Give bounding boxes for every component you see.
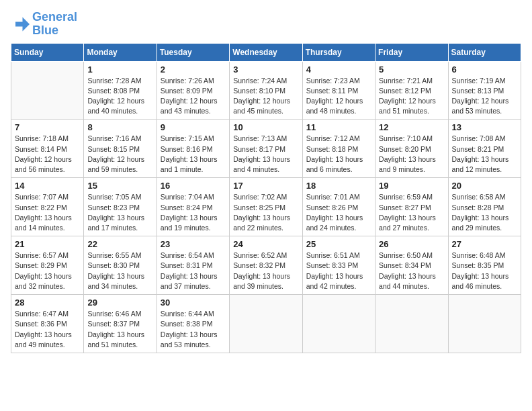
day-info: Sunrise: 7:24 AMSunset: 8:10 PMDaylight:… <box>233 76 298 117</box>
weekday-header: Wednesday <box>230 43 302 61</box>
calendar-day-cell <box>302 295 375 353</box>
day-info: Sunrise: 7:08 AMSunset: 8:21 PMDaylight:… <box>452 134 517 175</box>
day-number: 14 <box>15 181 80 191</box>
weekday-header: Monday <box>84 43 157 61</box>
day-info: Sunrise: 6:58 AMSunset: 8:28 PMDaylight:… <box>452 192 517 233</box>
day-info: Sunrise: 6:55 AMSunset: 8:30 PMDaylight:… <box>87 250 152 291</box>
calendar-day-cell: 8 Sunrise: 7:16 AMSunset: 8:15 PMDayligh… <box>84 120 157 178</box>
day-info: Sunrise: 7:15 AMSunset: 8:16 PMDaylight:… <box>161 134 226 175</box>
day-info: Sunrise: 7:19 AMSunset: 8:13 PMDaylight:… <box>452 76 517 117</box>
calendar-week-row: 7 Sunrise: 7:18 AMSunset: 8:14 PMDayligh… <box>11 120 521 178</box>
weekday-header: Thursday <box>302 43 375 61</box>
svg-marker-0 <box>15 17 30 31</box>
day-number: 28 <box>15 298 80 308</box>
day-number: 24 <box>233 239 298 249</box>
day-info: Sunrise: 7:26 AMSunset: 8:09 PMDaylight:… <box>161 76 226 117</box>
calendar-day-cell: 30 Sunrise: 6:44 AMSunset: 8:38 PMDaylig… <box>157 295 229 353</box>
day-number: 19 <box>379 181 444 191</box>
weekday-header: Sunday <box>11 43 84 61</box>
day-info: Sunrise: 6:52 AMSunset: 8:32 PMDaylight:… <box>233 250 298 291</box>
calendar-day-cell <box>230 295 302 353</box>
day-info: Sunrise: 6:51 AMSunset: 8:33 PMDaylight:… <box>306 250 371 291</box>
day-number: 7 <box>15 122 80 132</box>
calendar-day-cell: 24 Sunrise: 6:52 AMSunset: 8:32 PMDaylig… <box>230 236 302 295</box>
day-info: Sunrise: 7:05 AMSunset: 8:23 PMDaylight:… <box>87 192 152 233</box>
calendar-day-cell: 28 Sunrise: 6:47 AMSunset: 8:36 PMDaylig… <box>11 295 84 353</box>
weekday-header: Tuesday <box>157 43 229 61</box>
calendar-day-cell: 11 Sunrise: 7:12 AMSunset: 8:18 PMDaylig… <box>302 120 375 178</box>
page-header: General Blue <box>11 11 521 38</box>
calendar-day-cell: 6 Sunrise: 7:19 AMSunset: 8:13 PMDayligh… <box>448 61 521 120</box>
day-info: Sunrise: 7:28 AMSunset: 8:08 PMDaylight:… <box>87 76 152 117</box>
day-number: 11 <box>306 122 371 132</box>
calendar-day-cell: 20 Sunrise: 6:58 AMSunset: 8:28 PMDaylig… <box>448 178 521 236</box>
logo: General Blue <box>11 11 77 38</box>
calendar-day-cell: 1 Sunrise: 7:28 AMSunset: 8:08 PMDayligh… <box>84 61 157 120</box>
calendar-week-row: 1 Sunrise: 7:28 AMSunset: 8:08 PMDayligh… <box>11 61 521 120</box>
calendar-week-row: 28 Sunrise: 6:47 AMSunset: 8:36 PMDaylig… <box>11 295 521 353</box>
day-number: 4 <box>306 64 371 75</box>
day-number: 26 <box>379 239 444 249</box>
day-info: Sunrise: 7:16 AMSunset: 8:15 PMDaylight:… <box>87 134 152 175</box>
logo-icon <box>11 15 30 34</box>
day-number: 15 <box>87 181 152 191</box>
day-number: 20 <box>452 181 517 191</box>
calendar-day-cell: 13 Sunrise: 7:08 AMSunset: 8:21 PMDaylig… <box>448 120 521 178</box>
day-info: Sunrise: 6:54 AMSunset: 8:31 PMDaylight:… <box>161 250 226 291</box>
calendar-day-cell: 3 Sunrise: 7:24 AMSunset: 8:10 PMDayligh… <box>230 61 302 120</box>
calendar-header-row: SundayMondayTuesdayWednesdayThursdayFrid… <box>11 43 521 61</box>
calendar-day-cell: 18 Sunrise: 7:01 AMSunset: 8:26 PMDaylig… <box>302 178 375 236</box>
day-number: 18 <box>306 181 371 191</box>
calendar-day-cell: 25 Sunrise: 6:51 AMSunset: 8:33 PMDaylig… <box>302 236 375 295</box>
calendar-week-row: 21 Sunrise: 6:57 AMSunset: 8:29 PMDaylig… <box>11 236 521 295</box>
calendar-day-cell: 14 Sunrise: 7:07 AMSunset: 8:22 PMDaylig… <box>11 178 84 236</box>
day-info: Sunrise: 6:50 AMSunset: 8:34 PMDaylight:… <box>379 250 444 291</box>
day-number: 5 <box>379 64 444 75</box>
calendar-day-cell: 2 Sunrise: 7:26 AMSunset: 8:09 PMDayligh… <box>157 61 229 120</box>
day-number: 21 <box>15 239 80 249</box>
day-info: Sunrise: 6:46 AMSunset: 8:37 PMDaylight:… <box>87 309 152 350</box>
calendar-day-cell: 10 Sunrise: 7:13 AMSunset: 8:17 PMDaylig… <box>230 120 302 178</box>
calendar-table: SundayMondayTuesdayWednesdayThursdayFrid… <box>11 43 521 353</box>
day-number: 22 <box>87 239 152 249</box>
day-number: 12 <box>379 122 444 132</box>
calendar-day-cell: 22 Sunrise: 6:55 AMSunset: 8:30 PMDaylig… <box>84 236 157 295</box>
weekday-header: Saturday <box>448 43 521 61</box>
day-info: Sunrise: 7:18 AMSunset: 8:14 PMDaylight:… <box>15 134 80 175</box>
calendar-day-cell: 7 Sunrise: 7:18 AMSunset: 8:14 PMDayligh… <box>11 120 84 178</box>
calendar-day-cell <box>375 295 448 353</box>
calendar-day-cell: 19 Sunrise: 6:59 AMSunset: 8:27 PMDaylig… <box>375 178 448 236</box>
day-info: Sunrise: 7:07 AMSunset: 8:22 PMDaylight:… <box>15 192 80 233</box>
calendar-day-cell: 27 Sunrise: 6:48 AMSunset: 8:35 PMDaylig… <box>448 236 521 295</box>
day-number: 3 <box>233 64 298 75</box>
day-number: 10 <box>233 122 298 132</box>
calendar-day-cell: 4 Sunrise: 7:23 AMSunset: 8:11 PMDayligh… <box>302 61 375 120</box>
day-number: 30 <box>161 298 226 308</box>
day-number: 16 <box>161 181 226 191</box>
logo-text: General Blue <box>32 11 77 38</box>
day-info: Sunrise: 7:21 AMSunset: 8:12 PMDaylight:… <box>379 76 444 117</box>
day-info: Sunrise: 6:57 AMSunset: 8:29 PMDaylight:… <box>15 250 80 291</box>
day-number: 29 <box>87 298 152 308</box>
calendar-day-cell: 29 Sunrise: 6:46 AMSunset: 8:37 PMDaylig… <box>84 295 157 353</box>
day-number: 13 <box>452 122 517 132</box>
calendar-day-cell: 9 Sunrise: 7:15 AMSunset: 8:16 PMDayligh… <box>157 120 229 178</box>
day-number: 2 <box>161 64 226 75</box>
day-info: Sunrise: 7:01 AMSunset: 8:26 PMDaylight:… <box>306 192 371 233</box>
day-number: 9 <box>161 122 226 132</box>
calendar-day-cell: 5 Sunrise: 7:21 AMSunset: 8:12 PMDayligh… <box>375 61 448 120</box>
calendar-day-cell: 15 Sunrise: 7:05 AMSunset: 8:23 PMDaylig… <box>84 178 157 236</box>
day-number: 8 <box>87 122 152 132</box>
day-info: Sunrise: 7:04 AMSunset: 8:24 PMDaylight:… <box>161 192 226 233</box>
day-info: Sunrise: 7:12 AMSunset: 8:18 PMDaylight:… <box>306 134 371 175</box>
day-info: Sunrise: 7:10 AMSunset: 8:20 PMDaylight:… <box>379 134 444 175</box>
calendar-day-cell: 21 Sunrise: 6:57 AMSunset: 8:29 PMDaylig… <box>11 236 84 295</box>
day-info: Sunrise: 6:44 AMSunset: 8:38 PMDaylight:… <box>161 309 226 350</box>
day-info: Sunrise: 6:47 AMSunset: 8:36 PMDaylight:… <box>15 309 80 350</box>
day-number: 17 <box>233 181 298 191</box>
calendar-day-cell: 12 Sunrise: 7:10 AMSunset: 8:20 PMDaylig… <box>375 120 448 178</box>
day-info: Sunrise: 6:59 AMSunset: 8:27 PMDaylight:… <box>379 192 444 233</box>
calendar-week-row: 14 Sunrise: 7:07 AMSunset: 8:22 PMDaylig… <box>11 178 521 236</box>
calendar-day-cell: 16 Sunrise: 7:04 AMSunset: 8:24 PMDaylig… <box>157 178 229 236</box>
day-number: 23 <box>161 239 226 249</box>
